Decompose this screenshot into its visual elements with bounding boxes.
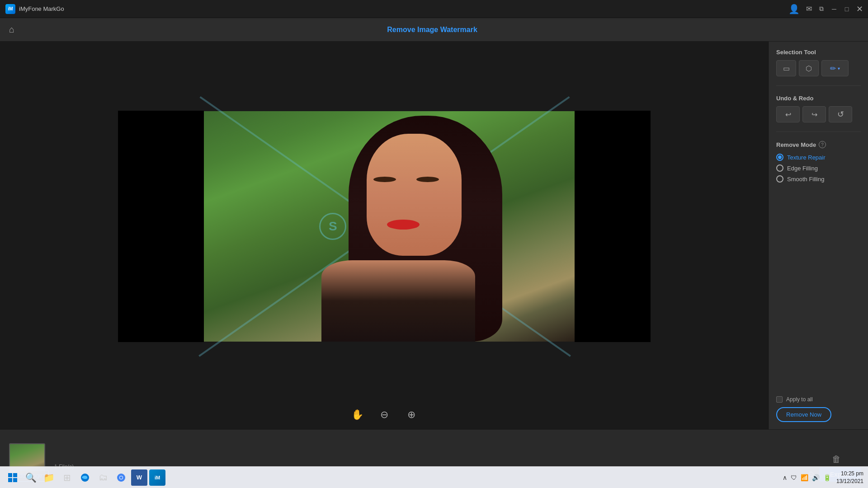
apply-all-label: Apply to all bbox=[786, 396, 813, 403]
texture-repair-option[interactable]: Texture Repair bbox=[776, 154, 861, 161]
photo-background bbox=[204, 111, 575, 342]
right-black-bar bbox=[575, 111, 651, 342]
profile-icon[interactable]: 👤 bbox=[788, 4, 800, 14]
texture-repair-radio[interactable] bbox=[776, 154, 783, 161]
smooth-filling-label: Smooth Filling bbox=[787, 176, 824, 183]
remove-now-button[interactable]: Remove Now bbox=[776, 407, 831, 422]
taskbar-widgets-button[interactable]: ⊞ bbox=[59, 469, 75, 486]
zoom-in-button[interactable]: ⊕ bbox=[403, 407, 420, 423]
smooth-filling-radio[interactable] bbox=[776, 175, 783, 183]
mail-icon[interactable]: ✉ bbox=[806, 5, 812, 13]
edge-filling-label: Edge Filling bbox=[787, 165, 818, 172]
page-title: Remove Image Watermark bbox=[24, 26, 841, 34]
texture-repair-radio-inner bbox=[778, 155, 782, 159]
reset-button[interactable]: ↺ bbox=[829, 106, 852, 122]
zoom-out-button[interactable]: ⊖ bbox=[376, 407, 392, 423]
remove-mode-help-icon[interactable]: ? bbox=[819, 141, 826, 148]
undo-button[interactable]: ↩ bbox=[776, 106, 800, 122]
restore-icon[interactable]: ⧉ bbox=[818, 6, 825, 12]
svg-point-7 bbox=[120, 476, 123, 479]
edge-filling-option[interactable]: Edge Filling bbox=[776, 164, 861, 172]
remove-mode-title: Remove Mode bbox=[776, 141, 816, 148]
tray-network-icon[interactable]: 📶 bbox=[801, 474, 808, 481]
tray-security-icon[interactable]: 🛡 bbox=[791, 474, 797, 481]
panel-spacer bbox=[776, 194, 861, 388]
taskbar-markgo-button[interactable]: iM bbox=[149, 469, 165, 486]
left-black-bar bbox=[118, 111, 204, 342]
taskbar: 🔍 📁 ⊞ 🗂 W iM ∧ 🛡 📶 🔊 🔋 10:25 pm 13/12/20… bbox=[0, 466, 868, 488]
clock-date: 13/12/2021 bbox=[836, 478, 863, 485]
header: ⌂ Remove Image Watermark bbox=[0, 18, 868, 42]
app-icon: iM bbox=[5, 4, 15, 14]
taskbar-search-button[interactable]: 🔍 bbox=[23, 469, 39, 486]
brush-select-button[interactable]: ✏ ▾ bbox=[821, 60, 849, 76]
delete-button[interactable]: 🗑 bbox=[832, 454, 841, 464]
main-content: S Storyblocks ✋ ⊖ ⊕ bbox=[0, 42, 868, 429]
canvas-area: S Storyblocks ✋ ⊖ ⊕ bbox=[0, 42, 769, 429]
rect-select-button[interactable]: ▭ bbox=[776, 60, 796, 76]
pan-tool-button[interactable]: ✋ bbox=[349, 407, 365, 423]
panel-divider-1 bbox=[776, 85, 861, 86]
svg-rect-3 bbox=[13, 478, 17, 482]
app-title: iMyFone MarkGo bbox=[19, 5, 64, 12]
taskbar-edge-button[interactable] bbox=[77, 469, 93, 486]
clock-time: 10:25 pm bbox=[836, 470, 863, 478]
taskbar-clock[interactable]: 10:25 pm 13/12/2021 bbox=[836, 470, 863, 485]
remove-mode-title-row: Remove Mode ? bbox=[776, 141, 861, 148]
titlebar: iM iMyFone MarkGo 👤 ✉ ⧉ ─ □ ✕ bbox=[0, 0, 868, 18]
taskbar-files-button[interactable]: 📁 bbox=[41, 469, 57, 486]
maximize-icon[interactable]: □ bbox=[844, 6, 850, 12]
tray-chevron-icon[interactable]: ∧ bbox=[783, 474, 787, 481]
taskbar-system-tray: ∧ 🛡 📶 🔊 🔋 bbox=[783, 474, 835, 481]
svg-rect-0 bbox=[8, 473, 12, 477]
minimize-icon[interactable]: ─ bbox=[831, 6, 837, 12]
tray-volume-icon[interactable]: 🔊 bbox=[812, 474, 820, 481]
undo-redo-title: Undo & Redo bbox=[776, 95, 861, 102]
right-panel: Selection Tool ▭ ⬡ ✏ ▾ Undo & Redo ↩ ↪ ↺ bbox=[769, 42, 868, 429]
home-button[interactable]: ⌂ bbox=[9, 24, 14, 35]
taskbar-word-button[interactable]: W bbox=[131, 469, 147, 486]
apply-all-row: Apply to all bbox=[776, 396, 861, 403]
canvas-toolbar: ✋ ⊖ ⊕ bbox=[349, 407, 420, 423]
remove-action-section: Apply to all Remove Now bbox=[776, 396, 861, 422]
taskbar-folder-button[interactable]: 🗂 bbox=[95, 469, 111, 486]
selection-tools-row: ▭ ⬡ ✏ ▾ bbox=[776, 60, 861, 76]
svg-rect-2 bbox=[8, 478, 12, 482]
titlebar-controls: 👤 ✉ ⧉ ─ □ ✕ bbox=[788, 4, 863, 14]
undo-redo-section: Undo & Redo ↩ ↪ ↺ bbox=[776, 95, 861, 122]
redo-button[interactable]: ↪ bbox=[802, 106, 826, 122]
image-container: S Storyblocks bbox=[204, 111, 575, 342]
titlebar-left: iM iMyFone MarkGo bbox=[5, 4, 64, 14]
undo-redo-tools-row: ↩ ↪ ↺ bbox=[776, 106, 861, 122]
edge-filling-radio[interactable] bbox=[776, 164, 783, 172]
close-icon[interactable]: ✕ bbox=[856, 6, 863, 12]
panel-divider-2 bbox=[776, 131, 861, 132]
smooth-filling-option[interactable]: Smooth Filling bbox=[776, 175, 861, 183]
texture-repair-label: Texture Repair bbox=[787, 154, 826, 161]
lasso-select-button[interactable]: ⬡ bbox=[799, 60, 819, 76]
tray-battery-icon[interactable]: 🔋 bbox=[823, 474, 831, 481]
apply-all-checkbox[interactable] bbox=[776, 396, 783, 403]
taskbar-chrome-button[interactable] bbox=[113, 469, 129, 486]
selection-tool-section: Selection Tool ▭ ⬡ ✏ ▾ bbox=[776, 49, 861, 76]
svg-rect-1 bbox=[13, 473, 17, 477]
selection-tool-title: Selection Tool bbox=[776, 49, 861, 56]
taskbar-windows-button[interactable] bbox=[5, 469, 21, 486]
remove-mode-section: Remove Mode ? Texture Repair Edge Fillin… bbox=[776, 141, 861, 186]
remove-mode-options: Texture Repair Edge Filling Smooth Filli… bbox=[776, 154, 861, 183]
